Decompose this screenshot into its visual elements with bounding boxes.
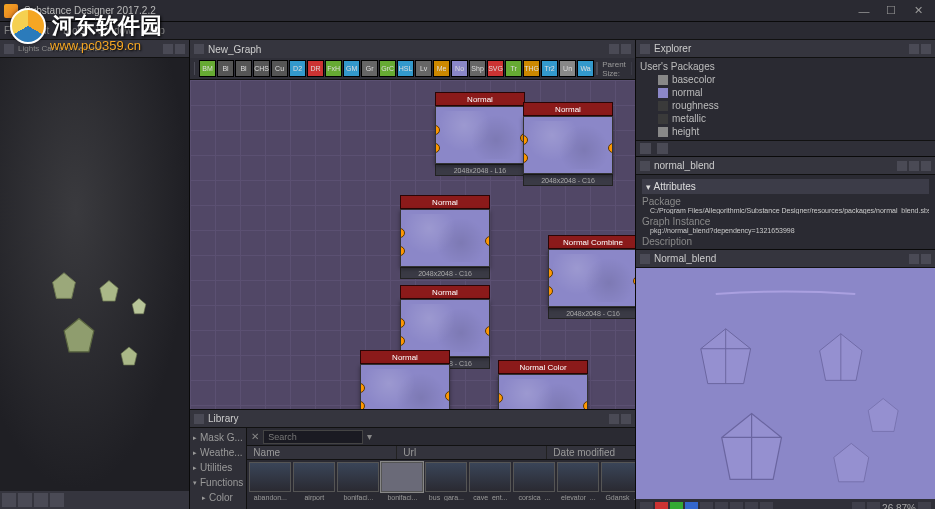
status-button[interactable]: [670, 502, 683, 509]
input-port[interactable]: [400, 336, 405, 346]
library-category[interactable]: ▸Mask G...: [192, 430, 244, 445]
package-path[interactable]: C:/Program Files/Allegorithmic/Substance…: [642, 207, 929, 214]
library-category[interactable]: ▸Weathe...: [192, 445, 244, 460]
status-button[interactable]: [685, 502, 698, 509]
library-thumb[interactable]: bonifaci...: [337, 462, 379, 507]
library-thumb[interactable]: bonifaci...: [381, 462, 423, 507]
tree-item[interactable]: roughness: [640, 99, 931, 112]
graph-node[interactable]: Normal 2048x2048 - C16: [523, 102, 613, 186]
col-date[interactable]: Date modified: [547, 446, 647, 459]
atom-button[interactable]: Tr: [505, 60, 522, 77]
status-button[interactable]: [715, 502, 728, 509]
tool-button[interactable]: [34, 493, 48, 507]
library-header[interactable]: Library: [190, 410, 635, 428]
library-thumb[interactable]: corsica_...: [513, 462, 555, 507]
panel-close-icon[interactable]: [621, 414, 631, 424]
explorer-tree[interactable]: User's Packages basecolornormalroughness…: [636, 58, 935, 140]
2d-viewport[interactable]: [636, 268, 935, 499]
atom-button[interactable]: Cu: [271, 60, 288, 77]
instance-path[interactable]: pkg://normal_blend?dependency=1321653998: [642, 227, 929, 234]
status-button[interactable]: [852, 502, 865, 509]
status-button[interactable]: [640, 502, 653, 509]
atom-button[interactable]: Lv: [415, 60, 432, 77]
atom-button[interactable]: HSL: [397, 60, 414, 77]
library-category[interactable]: ▸Utilities: [192, 460, 244, 475]
panel-close-icon[interactable]: [921, 254, 931, 264]
panel-close-icon[interactable]: [621, 44, 631, 54]
attributes-header[interactable]: ▾ Attributes: [642, 179, 929, 194]
input-port[interactable]: [435, 125, 440, 135]
atom-button[interactable]: Un: [559, 60, 576, 77]
tool-button[interactable]: [50, 493, 64, 507]
tool-button[interactable]: [18, 493, 32, 507]
atom-button[interactable]: D2: [289, 60, 306, 77]
status-button[interactable]: [760, 502, 773, 509]
library-category[interactable]: ▾Functions: [192, 475, 244, 490]
atom-button[interactable]: Bl: [235, 60, 252, 77]
output-port[interactable]: [485, 236, 490, 246]
graph-node[interactable]: Normal 2048x2048 - C16: [400, 195, 490, 279]
graph-node[interactable]: Normal Color 2048x2048 - C16: [498, 360, 588, 409]
atom-button[interactable]: Tr2: [541, 60, 558, 77]
status-button[interactable]: [700, 502, 713, 509]
library-thumb[interactable]: cave_ent...: [469, 462, 511, 507]
tree-item[interactable]: height: [640, 125, 931, 138]
panel-close-icon[interactable]: [921, 161, 931, 171]
output-port[interactable]: [608, 143, 613, 153]
output-port[interactable]: [633, 276, 635, 286]
col-url[interactable]: Url: [397, 446, 547, 459]
atom-button[interactable]: Gr: [361, 60, 378, 77]
graph-tab[interactable]: New_Graph: [208, 44, 261, 55]
atom-button[interactable]: BM: [199, 60, 216, 77]
input-port[interactable]: [523, 135, 528, 145]
lock-icon[interactable]: [897, 161, 907, 171]
input-port[interactable]: [498, 393, 503, 403]
status-button[interactable]: [918, 502, 931, 509]
atom-button[interactable]: Wa: [577, 60, 594, 77]
2d-tab[interactable]: Normal_blend: [654, 253, 716, 264]
col-name[interactable]: Name: [247, 446, 397, 459]
atom-button[interactable]: No: [451, 60, 468, 77]
properties-header[interactable]: normal_blend: [636, 157, 935, 175]
library-thumb[interactable]: airport: [293, 462, 335, 507]
status-button[interactable]: [655, 502, 668, 509]
input-port[interactable]: [400, 228, 405, 238]
tree-item[interactable]: metallic: [640, 112, 931, 125]
library-category[interactable]: ▸Color: [192, 490, 244, 505]
tree-item[interactable]: normal: [640, 86, 931, 99]
minimize-button[interactable]: —: [851, 2, 877, 20]
panel-undock-icon[interactable]: [909, 254, 919, 264]
panel-undock-icon[interactable]: [909, 44, 919, 54]
explorer-header[interactable]: Explorer: [636, 40, 935, 58]
graph-node[interactable]: Normal Combine 2048x2048 - C16: [548, 235, 635, 319]
atom-button[interactable]: GrC: [379, 60, 396, 77]
panel-undock-icon[interactable]: [909, 161, 919, 171]
panel-close-icon[interactable]: [175, 44, 185, 54]
maximize-button[interactable]: ☐: [878, 2, 904, 20]
atom-button[interactable]: GM: [343, 60, 360, 77]
input-port[interactable]: [360, 383, 365, 393]
search-input[interactable]: [263, 430, 363, 444]
atom-button[interactable]: FxH: [325, 60, 342, 77]
close-icon[interactable]: ✕: [251, 431, 259, 442]
tool-icon[interactable]: [640, 143, 651, 154]
input-port[interactable]: [523, 153, 528, 163]
atom-button[interactable]: Me: [433, 60, 450, 77]
status-button[interactable]: [730, 502, 743, 509]
panel-undock-icon[interactable]: [163, 44, 173, 54]
input-port[interactable]: [400, 246, 405, 256]
atom-button[interactable]: Shp: [469, 60, 486, 77]
zoom-label[interactable]: 26.87%: [882, 503, 916, 509]
status-button[interactable]: [745, 502, 758, 509]
input-port[interactable]: [435, 143, 440, 153]
graph-node[interactable]: Normal 2048x2048 - L16: [435, 92, 525, 176]
library-tree[interactable]: ▸Mask G...▸Weathe...▸Utilities▾Functions…: [190, 428, 247, 509]
atom-button[interactable]: SVG: [487, 60, 504, 77]
expand-icon[interactable]: ▾: [367, 431, 372, 442]
2d-view-header[interactable]: Normal_blend: [636, 250, 935, 268]
tree-item[interactable]: basecolor: [640, 73, 931, 86]
graph-canvas[interactable]: Normal 2048x2048 - L16Normal 2048x2048 -…: [190, 80, 635, 409]
graph-node[interactable]: Normal 208x204 - C16: [360, 350, 450, 409]
output-port[interactable]: [445, 391, 450, 401]
atom-button[interactable]: THG: [523, 60, 540, 77]
